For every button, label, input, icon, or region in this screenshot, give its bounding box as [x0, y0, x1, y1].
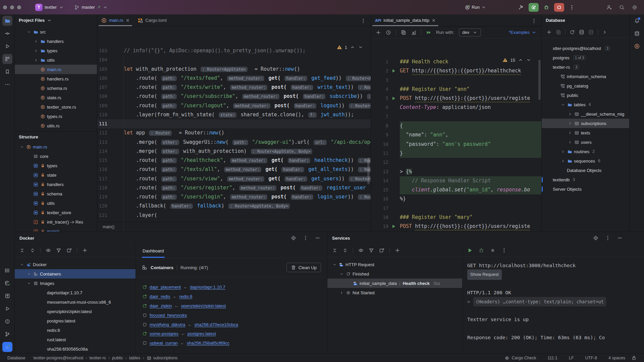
minimize-icon[interactable] [617, 235, 623, 241]
expand-all-icon[interactable] [19, 248, 25, 253]
db-item-public[interactable]: public [542, 90, 629, 100]
tab-cargo-toml[interactable]: Cargo.toml [133, 14, 171, 26]
http-code-area[interactable]: 1### Health check2GET http://{{host}}:{{… [371, 52, 541, 232]
build-hammer-icon[interactable] [516, 3, 526, 12]
crumb-public[interactable]: public [112, 356, 123, 360]
duplicate-icon[interactable] [556, 29, 561, 35]
debug-bug-icon[interactable] [541, 3, 551, 12]
plus-icon[interactable] [395, 248, 400, 253]
deploy-icon[interactable] [2, 291, 12, 301]
docker-item-sha256-6f30565c08a[interactable]: sha256:6f30565c08a [15, 344, 136, 354]
structure-item-schema[interactable]: Mschema [15, 189, 97, 198]
run-all-icon[interactable] [426, 30, 431, 35]
kebab-icon[interactable] [361, 18, 366, 23]
database-gear-icon[interactable] [579, 29, 584, 35]
window-zoom-icon[interactable] [17, 5, 21, 9]
commit-icon[interactable] [2, 28, 12, 39]
eye-icon[interactable] [46, 248, 51, 253]
tab-main-rs[interactable]: R main.rs ✕ [97, 14, 133, 26]
rerun-icon[interactable] [529, 3, 539, 12]
project-item-utils[interactable]: utils [15, 55, 97, 65]
lock-icon[interactable] [631, 355, 637, 361]
editor-scrollbar[interactable] [367, 158, 370, 184]
services-play-icon[interactable] [2, 304, 12, 314]
examples-dropdown[interactable]: *Examples [509, 30, 537, 35]
service-item-not-started[interactable]: Not Started [327, 288, 462, 297]
structure-item-main[interactable]: fmain() [15, 227, 97, 232]
close-tab-icon[interactable]: ✕ [432, 18, 436, 23]
db-item-users[interactable]: users [542, 137, 629, 147]
docker-item-images[interactable]: Images [15, 279, 136, 288]
structure-item-main-rs[interactable]: Rmain.rs [15, 142, 97, 152]
database-check-icon[interactable] [2, 278, 12, 288]
db-item-subscriptions[interactable]: subscriptions [542, 119, 629, 128]
container-link[interactable]: dapr_placement [150, 285, 181, 290]
collapse-all-icon[interactable] [342, 248, 348, 253]
branch-widget[interactable]: master ↗ [74, 5, 108, 10]
project-widget[interactable]: T textter [35, 4, 64, 11]
clean-up-button[interactable]: Clean Up [286, 263, 321, 272]
structure-icon[interactable] [2, 54, 12, 64]
db-item-server-objects[interactable]: Server Objects [542, 184, 629, 194]
docker-item-docker[interactable]: Docker [15, 260, 136, 269]
status-breadcrumbs[interactable]: textter-postgres@localhost›textter-rs›pu… [34, 355, 178, 361]
db-item-pg-catalog[interactable]: pg_catalog [542, 81, 629, 90]
crumb-textter-postgres-localhost[interactable]: textter-postgres@localhost [34, 356, 84, 360]
structure-panel-header[interactable]: Structure [15, 132, 97, 142]
kebab-icon[interactable] [567, 3, 577, 12]
image-link[interactable]: daprio/dapr:1.10.7 [190, 285, 225, 290]
crumb-textter-rs[interactable]: textter-rs [90, 356, 106, 360]
window-close-icon[interactable] [3, 5, 7, 9]
breadcrumb[interactable]: main() [103, 225, 114, 229]
response-console[interactable]: GET http://localhost:3000/healthcheckSho… [463, 257, 644, 342]
docker-whale-icon[interactable] [2, 342, 12, 352]
filter-icon[interactable] [56, 248, 61, 253]
project-item-src[interactable]: src [15, 27, 97, 37]
project-item-types-rs[interactable]: Rtypes.rs [15, 112, 97, 121]
image-link[interactable]: openzipkin/zipkin:latest [181, 303, 226, 308]
crumb-subscriptions[interactable]: subscriptions [146, 355, 177, 361]
service-item-http-request[interactable]: APIHTTP Request [327, 260, 462, 269]
run-outline-icon[interactable] [2, 41, 12, 51]
project-panel-header[interactable]: Project Files [15, 14, 97, 26]
docker-item-messense-rust-musl-cross-x86-6[interactable]: messense/rust-musl-cross:x86_6 [15, 297, 136, 307]
run-widget[interactable]: R Run [465, 5, 486, 10]
container-link[interactable]: some-postgres [150, 331, 178, 336]
status-lf[interactable]: LF [569, 356, 574, 360]
expand-all-icon[interactable] [332, 248, 337, 253]
container-link[interactable]: dapr_redis [150, 294, 170, 299]
window-minimize-icon[interactable] [10, 5, 14, 9]
docker-item-postgres-latest[interactable]: postgres:latest [15, 316, 136, 325]
structure-item-core[interactable]: core [15, 152, 97, 161]
structure-item-textter-store[interactable]: Mtextter_store [15, 208, 97, 217]
history-clock-icon[interactable] [386, 30, 391, 35]
db-item-routines[interactable]: routines2 [542, 147, 629, 156]
container-link[interactable]: mystifying_dijkstra [150, 322, 185, 327]
project-item-utils-rs[interactable]: Rutils.rs [15, 121, 97, 130]
kebab-icon[interactable] [605, 235, 610, 241]
todo-list-icon[interactable] [2, 265, 12, 276]
service-item-initial-sample-data[interactable]: APIinitial_sample_data|Health checkSta [327, 279, 462, 288]
examples-icon[interactable] [401, 30, 406, 35]
project-item-state-rs[interactable]: Rstate.rs [15, 93, 97, 102]
eye-icon[interactable] [358, 248, 364, 253]
structure-item-init-tracer-res[interactable]: finit_tracer() -> Res [15, 217, 97, 227]
db-item-database-objects[interactable]: Database Objects [542, 166, 629, 175]
close-tab-icon[interactable]: ✕ [126, 18, 130, 23]
target-icon[interactable] [291, 235, 296, 241]
kebab-icon[interactable] [303, 235, 308, 241]
bell-icon[interactable] [632, 16, 642, 26]
vcs-branch-icon[interactable] [2, 329, 12, 339]
docker-item-daprio-dapr-1-10-7[interactable]: daprio/dapr:1.10.7 [15, 288, 136, 297]
import-icon[interactable] [411, 30, 416, 35]
container-link[interactable]: dapr_zipkin [150, 303, 172, 308]
db-item-information-schema[interactable]: information_schema [542, 72, 629, 81]
play-icon[interactable] [467, 248, 473, 253]
plus-icon[interactable] [376, 30, 381, 35]
docker-item-rust-latest[interactable]: rust:latest [15, 335, 136, 344]
docker-item-openzipkin-zipkin-latest[interactable]: openzipkin/zipkin:latest [15, 307, 136, 316]
project-item-schema-rs[interactable]: Rschema.rs [15, 83, 97, 93]
run-request-icon[interactable] [391, 96, 396, 101]
db-item-sequences[interactable]: sequences6 [542, 156, 629, 166]
refresh-icon[interactable] [570, 29, 575, 35]
